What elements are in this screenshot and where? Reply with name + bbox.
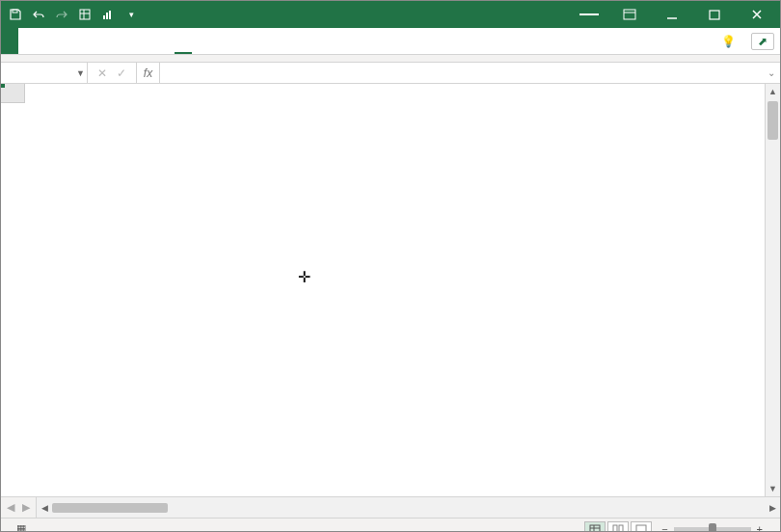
- macro-record-icon[interactable]: ▦: [16, 522, 26, 532]
- tab-pivot-design[interactable]: [192, 28, 209, 54]
- svg-rect-5: [106, 13, 108, 19]
- svg-rect-4: [103, 15, 105, 19]
- zoom-out-button[interactable]: −: [661, 523, 667, 533]
- tab-layout[interactable]: [53, 28, 70, 54]
- tab-help[interactable]: [157, 28, 175, 54]
- svg-rect-0: [13, 10, 17, 13]
- chevron-down-icon[interactable]: ▼: [76, 68, 85, 78]
- qat-pivot-icon[interactable]: [74, 4, 95, 25]
- tab-home[interactable]: [18, 28, 36, 54]
- sheet-tab-bar: ◀ ▶ ◀ ▶: [1, 496, 780, 518]
- svg-rect-11: [590, 525, 600, 533]
- close-button[interactable]: [738, 4, 776, 25]
- zoom-slider[interactable]: [674, 527, 751, 531]
- tab-file[interactable]: [1, 28, 18, 54]
- fx-label[interactable]: fx: [137, 63, 160, 83]
- horizontal-scrollbar[interactable]: ◀ ▶: [37, 497, 780, 518]
- scroll-left-arrow[interactable]: ◀: [37, 503, 52, 513]
- spreadsheet-grid[interactable]: ✛: [1, 84, 765, 496]
- tab-insert[interactable]: [36, 28, 53, 54]
- mouse-cursor-cross: ✛: [298, 268, 310, 286]
- enter-formula-icon: ✓: [117, 66, 126, 80]
- ribbon-tabs: 💡 ⬈: [1, 28, 780, 55]
- titlebar: ▾: [1, 1, 780, 28]
- view-normal[interactable]: [584, 521, 606, 533]
- sheet-nav-prev[interactable]: ◀: [7, 501, 14, 514]
- vertical-scrollbar[interactable]: ▲ ▼: [765, 84, 780, 496]
- svg-rect-7: [624, 10, 635, 19]
- select-all-corner[interactable]: [1, 84, 25, 103]
- tab-pivot-analyze[interactable]: [175, 28, 192, 54]
- horizontal-scroll-thumb[interactable]: [52, 503, 168, 513]
- tab-developer[interactable]: [140, 28, 157, 54]
- save-button[interactable]: [5, 4, 26, 25]
- tab-formulas[interactable]: [70, 28, 88, 54]
- svg-rect-6: [109, 11, 111, 19]
- vertical-scroll-thumb[interactable]: [768, 101, 778, 140]
- qat-chart-icon[interactable]: [97, 4, 119, 25]
- svg-rect-16: [636, 525, 646, 533]
- svg-rect-1: [80, 10, 90, 19]
- tab-review[interactable]: [105, 28, 122, 54]
- svg-rect-15: [619, 525, 623, 533]
- formula-bar-expand[interactable]: ⌄: [763, 63, 780, 83]
- view-page-layout[interactable]: [607, 521, 629, 533]
- minimize-button[interactable]: [653, 4, 691, 25]
- maximize-button[interactable]: [695, 4, 734, 25]
- login-button[interactable]: [579, 13, 599, 15]
- formula-bar-row: ▼ ✕ ✓ fx ⌄: [1, 63, 780, 84]
- scroll-up-arrow[interactable]: ▲: [766, 84, 780, 99]
- redo-button[interactable]: [51, 4, 72, 25]
- sheet-nav-next[interactable]: ▶: [22, 501, 30, 514]
- undo-button[interactable]: [28, 4, 49, 25]
- status-bar: ▦ − +: [1, 518, 780, 532]
- ribbon-display-icon[interactable]: [610, 4, 649, 25]
- share-button[interactable]: ⬈: [751, 33, 774, 50]
- zoom-in-button[interactable]: +: [757, 523, 763, 533]
- scroll-right-arrow[interactable]: ▶: [765, 503, 780, 513]
- ribbon-body-collapsed: [1, 55, 780, 63]
- formula-bar[interactable]: [160, 63, 763, 83]
- name-box[interactable]: ▼: [1, 63, 88, 83]
- tab-data[interactable]: [88, 28, 105, 54]
- tell-me-bulb-icon[interactable]: 💡: [721, 35, 736, 48]
- qat-customize-dropdown[interactable]: ▾: [121, 4, 142, 25]
- cancel-formula-icon: ✕: [97, 66, 107, 80]
- scroll-down-arrow[interactable]: ▼: [766, 481, 780, 496]
- svg-rect-14: [613, 525, 617, 533]
- tab-view[interactable]: [122, 28, 140, 54]
- view-page-break[interactable]: [631, 521, 652, 533]
- svg-rect-10: [710, 11, 719, 19]
